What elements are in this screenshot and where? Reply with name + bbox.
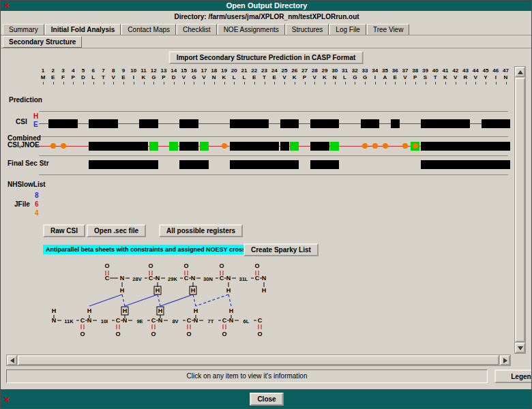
tab-tree-view[interactable]: Tree View bbox=[367, 24, 409, 35]
residue-number: 13 bbox=[158, 67, 169, 74]
residue-letter: K bbox=[289, 74, 300, 80]
atom-label: O bbox=[257, 331, 262, 337]
csi-bar[interactable] bbox=[230, 119, 269, 128]
jnoe-dot[interactable] bbox=[413, 143, 418, 149]
jnoe-dot[interactable] bbox=[61, 143, 66, 149]
combined-bar[interactable] bbox=[330, 142, 339, 151]
residue-letter: A bbox=[380, 74, 391, 80]
combined-bar[interactable] bbox=[310, 142, 329, 151]
tab-summary[interactable]: Summary bbox=[3, 24, 44, 35]
final-bar[interactable] bbox=[230, 160, 299, 169]
residue-number: 18 bbox=[209, 67, 220, 74]
csi-bar[interactable] bbox=[421, 119, 470, 128]
ruler-tick bbox=[345, 82, 346, 85]
csi-bar[interactable] bbox=[310, 119, 340, 128]
combined-bar[interactable] bbox=[149, 142, 158, 151]
residue-label: 31L bbox=[239, 276, 248, 282]
open-sec-file-button[interactable]: Open .sec file bbox=[87, 224, 146, 237]
scroll-left-icon[interactable] bbox=[7, 355, 17, 365]
atom-label: C bbox=[80, 317, 85, 324]
residue-letter: P bbox=[68, 74, 78, 80]
atom-label: O bbox=[219, 262, 224, 269]
combined-bar[interactable] bbox=[280, 142, 289, 151]
jnoe-dot[interactable] bbox=[383, 143, 388, 149]
row-label-csi: CSI bbox=[16, 118, 27, 125]
scroll-up-icon[interactable] bbox=[515, 67, 525, 77]
beta-sheet-diagram[interactable]: COHN28VCOHN29KCOHN30NCOHN31LCONHHN11KCOH… bbox=[33, 260, 286, 351]
csi-bar[interactable] bbox=[361, 119, 380, 128]
atom-label: O bbox=[148, 262, 153, 269]
vertical-scrollbar[interactable] bbox=[514, 66, 526, 354]
atom-label: H bbox=[229, 307, 234, 314]
vertical-scroll-thumb[interactable] bbox=[515, 78, 525, 342]
csi-bar[interactable] bbox=[179, 119, 198, 128]
ruler-tick bbox=[456, 82, 456, 85]
tab-noe-assignments[interactable]: NOE Assignments bbox=[218, 24, 285, 35]
combined-bar[interactable] bbox=[169, 142, 178, 151]
csi-bar[interactable] bbox=[139, 119, 158, 128]
jnoe-dot[interactable] bbox=[362, 143, 368, 149]
final-bar[interactable] bbox=[421, 160, 510, 169]
combined-bar[interactable] bbox=[230, 142, 279, 151]
atom-label: C bbox=[258, 317, 263, 324]
combined-bar[interactable] bbox=[179, 142, 198, 151]
combined-bar[interactable] bbox=[89, 142, 148, 151]
final-bar[interactable] bbox=[310, 160, 340, 169]
residue-number: 5 bbox=[78, 67, 89, 74]
all-possible-registers-button[interactable]: All possible registers bbox=[159, 224, 243, 237]
scroll-right-icon[interactable] bbox=[500, 355, 510, 365]
jnoe-dot[interactable] bbox=[50, 143, 56, 149]
residue-letter: E bbox=[269, 74, 280, 80]
atom-label: O bbox=[80, 331, 85, 337]
close-button[interactable]: Close bbox=[250, 393, 283, 406]
horizontal-scroll-thumb[interactable] bbox=[18, 355, 499, 365]
create-sparky-list-button[interactable]: Create Sparky List bbox=[243, 243, 319, 256]
atom-label: H bbox=[226, 287, 231, 294]
subtab-secondary-structure[interactable]: Secondary Structure bbox=[3, 36, 82, 48]
residue-letter: G bbox=[188, 74, 199, 80]
residue-number: 40 bbox=[430, 67, 441, 74]
tab-log-file[interactable]: Log File bbox=[329, 24, 366, 35]
combined-bar[interactable] bbox=[200, 142, 209, 151]
residue-letter: E bbox=[48, 74, 59, 80]
csi-bar[interactable] bbox=[391, 119, 400, 128]
jnoe-dot[interactable] bbox=[402, 143, 408, 149]
residue-number: 34 bbox=[370, 67, 381, 74]
combined-bar[interactable] bbox=[421, 142, 510, 151]
tab-checklist[interactable]: Checklist bbox=[177, 24, 217, 35]
residue-letter: K bbox=[138, 74, 149, 80]
raw-csi-button[interactable]: Raw CSI bbox=[43, 224, 85, 237]
ruler-tick bbox=[83, 82, 84, 85]
residue-letter: I bbox=[128, 74, 139, 80]
atom-label: C bbox=[255, 275, 260, 282]
final-bar[interactable] bbox=[89, 160, 158, 169]
jnoe-dot[interactable] bbox=[222, 143, 227, 149]
csi-bar[interactable] bbox=[482, 119, 511, 128]
atom-label: H bbox=[156, 287, 160, 294]
import-casp-button[interactable]: Import Secondary Structure Prediction in… bbox=[169, 51, 364, 64]
ruler-tick bbox=[174, 82, 175, 85]
row-label-prediction: Prediction bbox=[9, 96, 42, 104]
csi-bar[interactable] bbox=[48, 119, 78, 128]
legend-button[interactable]: Legend bbox=[494, 369, 532, 383]
ruler-tick bbox=[435, 82, 436, 85]
atom-label: N bbox=[158, 317, 163, 324]
jnoe-dot[interactable] bbox=[372, 143, 378, 149]
csi-bar[interactable] bbox=[280, 119, 299, 128]
tab-contact-maps[interactable]: Contact Maps bbox=[121, 24, 176, 35]
csi-bar[interactable] bbox=[89, 119, 118, 128]
ruler-tick bbox=[506, 82, 507, 85]
atom-label: N bbox=[226, 275, 231, 282]
ruler-tick bbox=[73, 82, 74, 85]
tab-initial-fold-analysis[interactable]: Initial Fold Analysis bbox=[45, 24, 121, 35]
scroll-down-icon[interactable] bbox=[515, 343, 525, 353]
combined-bar[interactable] bbox=[290, 142, 299, 151]
ruler-tick bbox=[63, 82, 64, 85]
window-close-icon[interactable]: ✕ bbox=[3, 1, 10, 10]
residue-number: 19 bbox=[219, 67, 230, 74]
horizontal-scrollbar[interactable] bbox=[6, 354, 511, 366]
ruler-tick bbox=[395, 82, 396, 85]
tab-structures[interactable]: Structures bbox=[286, 24, 329, 35]
final-bar[interactable] bbox=[179, 160, 209, 169]
residue-number: 22 bbox=[249, 67, 260, 74]
